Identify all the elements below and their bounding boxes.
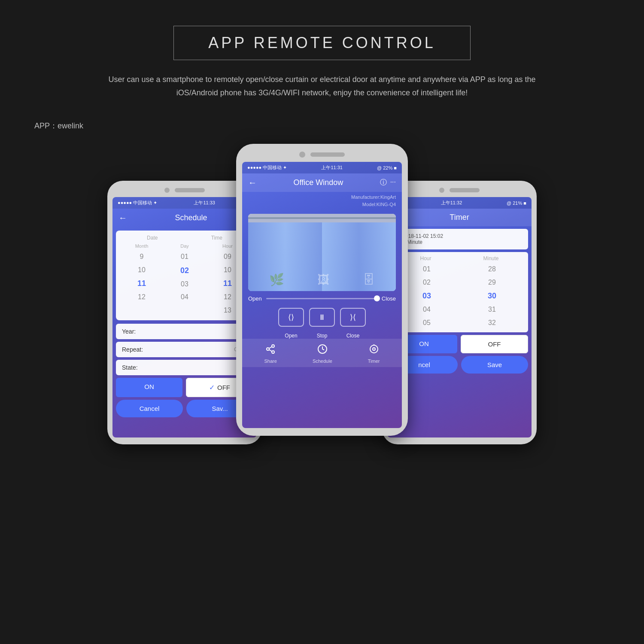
center-status-bar: ●●●●● 中国移动 ✦ 上午11:31 @ 22% ■ [242, 162, 402, 173]
svg-line-4 [269, 347, 272, 349]
left-status-bar: ●●●●● 中国移动 ✦ 上午11:33 [112, 197, 257, 209]
dresser-icon: 🗄 [363, 273, 375, 287]
close-label: Close [382, 295, 396, 302]
left-month-10: 10 [134, 264, 150, 276]
right-camera-icon [439, 188, 444, 193]
left-app-header: ← Schedule [112, 209, 257, 227]
left-day-02: 02 [176, 264, 193, 277]
phones-container: ●●●●● 中国移动 ✦ 上午11:33 ← Schedule Date Tim… [0, 144, 644, 436]
open-control-button[interactable]: ⟨⟩ [278, 308, 304, 327]
center-phone: ●●●●● 中国移动 ✦ 上午11:31 @ 22% ■ ← Office Wi… [236, 144, 408, 436]
nav-timer[interactable]: Timer [368, 344, 380, 364]
right-phone-screen: ✦ 上午11:32 @ 21% ■ Timer at:2018-11-02 15… [387, 197, 532, 437]
timer-nav-label: Timer [368, 358, 380, 364]
left-phone-screen: ●●●●● 中国移动 ✦ 上午11:33 ← Schedule Date Tim… [112, 197, 257, 437]
right-status-right: @ 21% ■ [507, 200, 526, 206]
time-picker[interactable]: Hour Minute 01 02 03 04 05 28 [391, 252, 528, 332]
curtain-container: 🌿 🖼 🗄 [248, 214, 396, 291]
center-back-arrow-icon[interactable]: ← [248, 178, 257, 188]
manufacturer-name: Manufacturer:KingArt [248, 194, 396, 201]
open-close-slider[interactable]: Open Close [248, 295, 396, 302]
left-cancel-button[interactable]: Cancel [116, 400, 183, 417]
share-nav-icon [265, 344, 276, 357]
right-speaker-icon [450, 188, 480, 192]
left-hour-10: 10 [219, 264, 236, 276]
center-status-center: 上午11:31 [321, 164, 343, 171]
left-back-arrow-icon[interactable]: ← [118, 213, 127, 223]
app-label: APP：ewelink [0, 112, 644, 140]
timer-info-block: at:2018-11-02 15:02 ur30Minute [391, 229, 528, 249]
left-status-center: 上午11:33 [194, 200, 215, 206]
left-day-04: 04 [176, 292, 193, 303]
nav-schedule[interactable]: Schedule [313, 344, 332, 364]
center-screen-title: Office Window [261, 178, 376, 187]
slider-track[interactable] [266, 298, 377, 299]
left-state-field: State: [116, 360, 253, 375]
right-phone-top [387, 188, 532, 193]
stop-control-button[interactable]: ⏸ [309, 308, 335, 327]
left-repeat-field: Repeat: Onl... [116, 342, 253, 357]
left-month-header: Month [135, 243, 149, 249]
left-onoff-row: ON ✓ OFF [116, 378, 253, 397]
left-day-col: Day 01 02 03 04 [176, 243, 193, 316]
main-title: APP REMOTE CONTROL [208, 34, 435, 52]
more-icon[interactable]: ··· [390, 178, 396, 187]
close-btn-icon: ⟩⟨ [350, 313, 356, 322]
left-camera-icon [164, 188, 170, 193]
center-phone-frame: ●●●●● 中国移动 ✦ 上午11:31 @ 22% ■ ← Office Wi… [236, 144, 408, 436]
left-on-button[interactable]: ON [116, 378, 182, 397]
left-speaker-icon [175, 188, 205, 192]
right-save-button[interactable]: Save [461, 356, 528, 374]
center-phone-top [242, 152, 402, 158]
center-speaker-icon [310, 152, 345, 157]
svg-line-3 [269, 350, 272, 352]
control-button-labels: Open Stop Close [242, 333, 402, 339]
left-state-label: State: [122, 364, 138, 371]
svg-point-0 [272, 345, 274, 347]
right-bottom-btns: ncel Save [391, 356, 528, 374]
left-month-11: 11 [133, 277, 150, 290]
svg-point-6 [370, 345, 378, 353]
schedule-nav-icon [317, 344, 328, 357]
stop-btn-label: Stop [309, 333, 335, 339]
center-status-right: @ 22% ■ [377, 165, 397, 170]
left-day-01: 01 [176, 251, 193, 262]
left-bottom-btns: Cancel Sav... [116, 400, 253, 417]
svg-point-2 [272, 351, 274, 353]
left-date-label: Date [147, 235, 158, 241]
right-status-center: 上午11:32 [441, 200, 462, 206]
slider-thumb[interactable] [374, 295, 380, 301]
timer-info-line2: ur30Minute [397, 239, 522, 245]
left-picker-header: Date Time [120, 235, 249, 241]
left-year-label: Year: [122, 328, 136, 335]
close-control-button[interactable]: ⟩⟨ [340, 308, 366, 327]
curtain-rod-icon [248, 217, 396, 219]
minute-28: 28 [481, 263, 503, 275]
left-repeat-label: Repeat: [122, 346, 143, 353]
control-buttons-row: ⟨⟩ ⏸ ⟩⟨ [248, 308, 396, 327]
timer-nav-icon [369, 344, 379, 357]
center-phone-screen: ●●●●● 中国移动 ✦ 上午11:31 @ 22% ■ ← Office Wi… [242, 162, 402, 428]
center-app-header: ← Office Window ⓘ ··· [242, 173, 402, 192]
left-month-12: 12 [134, 292, 150, 303]
minute-32: 32 [481, 317, 503, 329]
left-phone-top [112, 188, 257, 193]
open-label: Open [248, 295, 262, 302]
center-status-left: ●●●●● 中国移动 ✦ [247, 164, 287, 171]
left-hour-col: Hour 09 10 11 12 13 [219, 243, 236, 316]
minute-col: 28 29 30 31 32 [481, 263, 503, 329]
info-icon[interactable]: ⓘ [380, 178, 387, 187]
left-picker-cols: Month 9 10 11 12 Day 01 02 03 04 [120, 243, 249, 316]
header-section: APP REMOTE CONTROL User can use a smartp… [0, 0, 644, 112]
right-app-header: Timer [387, 209, 532, 226]
right-off-button[interactable]: OFF [461, 335, 528, 353]
left-picker-container[interactable]: Date Time Month 9 10 11 12 Day [116, 231, 253, 320]
left-hour-header: Hour [222, 243, 233, 249]
close-btn-label: Close [340, 333, 366, 339]
left-day-03: 03 [176, 279, 193, 290]
left-hour-11: 11 [219, 277, 236, 290]
right-screen-title: Timer [393, 213, 526, 222]
hour-col-header: Hour [420, 255, 431, 261]
center-camera-icon [299, 152, 305, 158]
nav-share[interactable]: Share [264, 344, 277, 364]
